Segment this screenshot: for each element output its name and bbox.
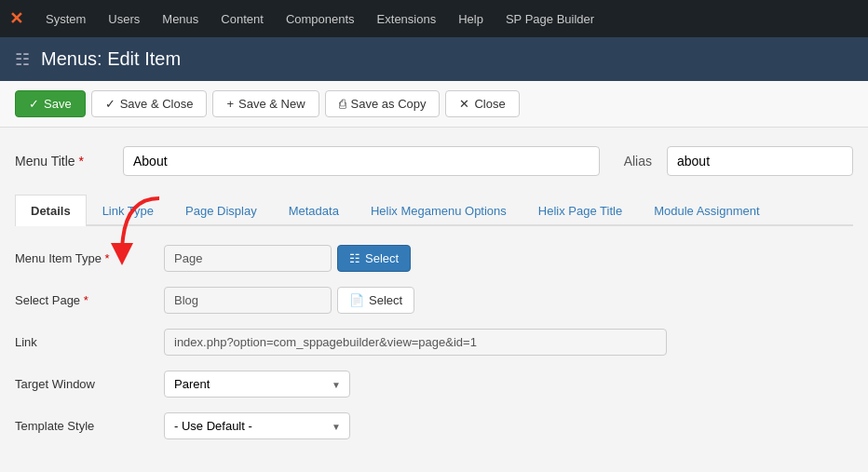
tab-helix-megamenu[interactable]: Helix Megamenu Options — [355, 195, 522, 226]
toolbar: ✓ Save ✓ Save & Close + Save & New ⎙ Sav… — [0, 81, 868, 128]
nav-help[interactable]: Help — [449, 0, 493, 37]
menu-title-label: Menu Title * — [15, 154, 108, 169]
grid-icon: ☷ — [349, 251, 360, 265]
menu-title-row: Menu Title * Alias — [15, 146, 853, 176]
template-style-select-wrapper: - Use Default - — [164, 412, 350, 439]
save-close-button[interactable]: ✓ Save & Close — [91, 90, 208, 117]
tab-link-type[interactable]: Link Type — [87, 195, 170, 226]
nav-spbuilder[interactable]: SP Page Builder — [496, 0, 604, 37]
top-navigation: ✕ System Users Menus Content Components … — [0, 0, 868, 37]
joomla-logo: ✕ — [9, 8, 23, 29]
tab-bar: Details Link Type Page Display Metadata … — [15, 195, 853, 226]
menu-item-type-select-button[interactable]: ☷ Select — [337, 245, 411, 272]
target-window-select[interactable]: Parent New Window In popup — [164, 371, 350, 398]
template-style-select[interactable]: - Use Default - — [164, 412, 350, 439]
save-icon: ✓ — [29, 97, 39, 111]
nav-extensions[interactable]: Extensions — [368, 0, 446, 37]
alias-input[interactable] — [667, 146, 853, 176]
menu-item-type-field — [164, 245, 332, 272]
menu-item-type-row: Menu Item Type * ☷ Select — [15, 245, 853, 272]
nav-content[interactable]: Content — [211, 0, 273, 37]
nav-users[interactable]: Users — [99, 0, 149, 37]
target-window-label: Target Window — [15, 377, 164, 391]
link-field — [164, 329, 667, 356]
link-row: Link — [15, 329, 853, 356]
required-marker: * — [105, 251, 110, 265]
select-page-row: Select Page * 📄 Select — [15, 287, 853, 314]
page-title: Menus: Edit Item — [41, 48, 181, 70]
save-new-button[interactable]: + Save & New — [212, 90, 319, 117]
template-style-label: Template Style — [15, 419, 164, 433]
tab-metadata[interactable]: Metadata — [273, 195, 355, 226]
nav-system[interactable]: System — [36, 0, 95, 37]
close-button[interactable]: ✕ Close — [445, 90, 519, 117]
close-icon: ✕ — [459, 97, 469, 111]
tab-module-assignment[interactable]: Module Assignment — [638, 195, 775, 226]
template-style-row: Template Style - Use Default - — [15, 412, 853, 439]
save-copy-button[interactable]: ⎙ Save as Copy — [325, 90, 441, 117]
link-label: Link — [15, 335, 164, 349]
main-content: Menu Title * Alias Details Link Type Pag… — [0, 128, 868, 472]
details-tab-content: Menu Item Type * ☷ Select — [15, 245, 853, 439]
save-button[interactable]: ✓ Save — [15, 90, 86, 117]
nav-menus[interactable]: Menus — [153, 0, 208, 37]
page-select-button[interactable]: 📄 Select — [337, 287, 414, 314]
menu-item-type-label: Menu Item Type * — [15, 251, 164, 265]
header-bar: ☷ Menus: Edit Item — [0, 37, 868, 81]
required-marker: * — [78, 154, 83, 169]
tab-page-display[interactable]: Page Display — [170, 195, 273, 226]
select-page-field — [164, 287, 332, 314]
menu-title-input[interactable] — [123, 146, 600, 176]
menu-grid-icon: ☷ — [15, 49, 30, 70]
nav-components[interactable]: Components — [277, 0, 364, 37]
plus-icon: + — [226, 97, 234, 111]
menu-item-type-input-group: ☷ Select — [164, 245, 411, 272]
required-marker2: * — [84, 293, 88, 307]
check-icon: ✓ — [105, 97, 115, 111]
select-page-input-group: 📄 Select — [164, 287, 414, 314]
tab-details[interactable]: Details — [15, 195, 87, 226]
tab-helix-page-title[interactable]: Helix Page Title — [522, 195, 638, 226]
copy-icon: ⎙ — [339, 97, 346, 111]
target-window-row: Target Window Parent New Window In popup — [15, 371, 853, 398]
select-page-label: Select Page * — [15, 293, 164, 307]
target-window-select-wrapper: Parent New Window In popup — [164, 371, 350, 398]
file-icon: 📄 — [349, 293, 364, 307]
alias-label: Alias — [624, 154, 652, 169]
